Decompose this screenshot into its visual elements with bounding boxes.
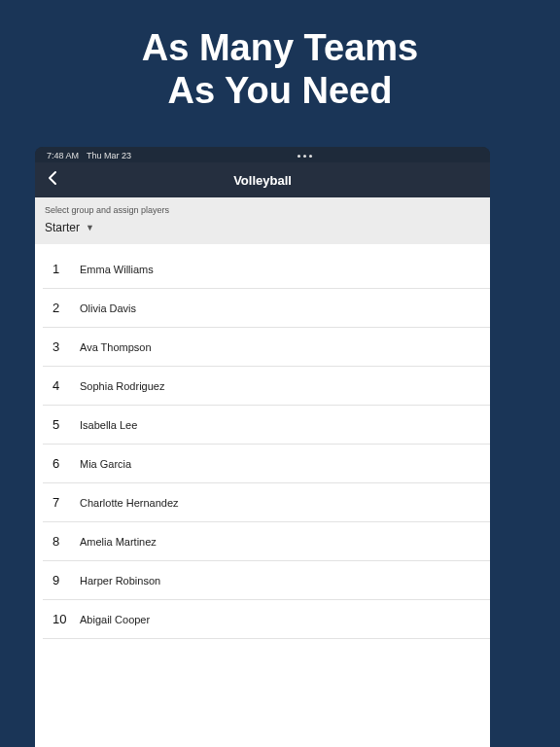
player-number: 10 <box>52 612 74 626</box>
player-name: Harper Robinson <box>80 575 160 587</box>
caret-down-icon: ▼ <box>86 223 94 232</box>
player-number: 3 <box>52 339 74 354</box>
player-number: 2 <box>52 301 74 315</box>
player-row[interactable]: 4 Sophia Rodriguez <box>43 367 490 406</box>
player-row[interactable]: 6 Mia Garcia <box>43 445 490 483</box>
player-number: 6 <box>52 456 74 471</box>
group-hint: Select group and assign players <box>45 205 480 215</box>
player-number: 5 <box>52 417 74 432</box>
nav-bar: Volleyball <box>35 162 490 197</box>
hero-line-1: As Many Teams <box>19 27 541 70</box>
player-number: 8 <box>52 534 74 549</box>
multitask-dots-icon <box>298 155 312 158</box>
player-name: Abigail Cooper <box>80 614 150 625</box>
player-row[interactable]: 10 Abigail Cooper <box>43 600 490 639</box>
status-bar: 7:48 AM Thu Mar 23 <box>35 147 490 162</box>
player-row[interactable]: 7 Charlotte Hernandez <box>43 483 490 522</box>
player-row[interactable]: 2 Olivia Davis <box>43 289 490 328</box>
player-row[interactable]: 9 Harper Robinson <box>43 561 490 600</box>
tablet-frame: 7:48 AM Thu Mar 23 Volleyball Select gro… <box>35 147 490 747</box>
group-selector: Select group and assign players Starter … <box>35 197 490 244</box>
hero-title: As Many Teams As You Need <box>0 0 560 147</box>
player-row[interactable]: 5 Isabella Lee <box>43 406 490 445</box>
player-name: Olivia Davis <box>80 302 136 314</box>
back-button[interactable] <box>47 170 58 191</box>
status-time: 7:48 AM <box>47 151 79 160</box>
player-number: 7 <box>52 495 74 510</box>
player-name: Charlotte Hernandez <box>80 497 179 509</box>
player-name: Mia Garcia <box>80 458 131 470</box>
player-number: 4 <box>52 378 74 393</box>
status-date: Thu Mar 23 <box>87 151 131 160</box>
player-row[interactable]: 1 Emma Williams <box>43 250 490 289</box>
player-list: 1 Emma Williams 2 Olivia Davis 3 Ava Tho… <box>35 244 490 639</box>
player-name: Sophia Rodriguez <box>80 380 164 392</box>
nav-title: Volleyball <box>47 173 478 188</box>
app-body: Select group and assign players Starter … <box>35 197 490 747</box>
player-name: Isabella Lee <box>80 419 137 431</box>
group-selected-label: Starter <box>45 221 80 234</box>
player-name: Emma Williams <box>80 264 154 275</box>
player-row[interactable]: 8 Amelia Martinez <box>43 522 490 561</box>
hero-line-2: As You Need <box>19 70 541 113</box>
group-dropdown[interactable]: Starter ▼ <box>45 221 480 234</box>
player-number: 9 <box>52 573 74 587</box>
player-name: Amelia Martinez <box>80 536 157 548</box>
player-name: Ava Thompson <box>80 341 152 353</box>
player-row[interactable]: 3 Ava Thompson <box>43 328 490 367</box>
chevron-left-icon <box>47 170 58 186</box>
player-number: 1 <box>52 262 74 276</box>
